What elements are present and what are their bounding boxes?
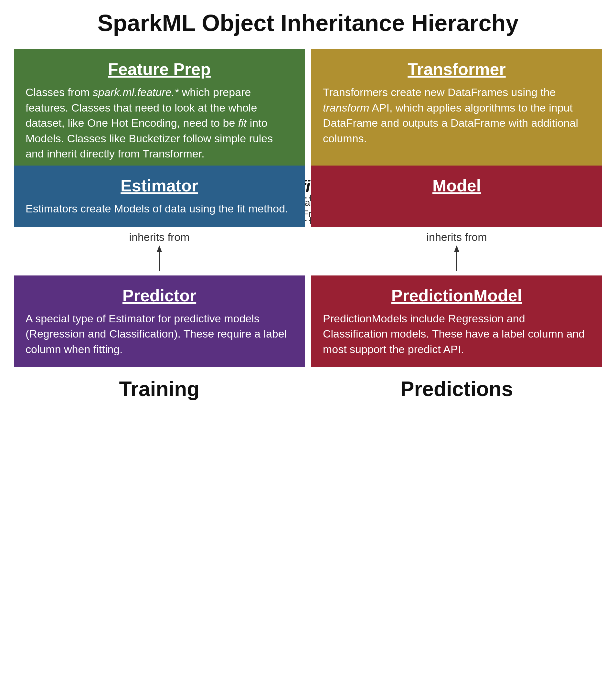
inherits-from-label-right2: inherits from — [426, 231, 487, 243]
inherits-from-arrow-left2 — [153, 245, 166, 271]
transformer-body: Transformers create new DataFrames using… — [323, 85, 591, 146]
inherits-from-arrow-right2 — [450, 245, 463, 271]
predictor-title: Predictor — [25, 286, 293, 305]
diagram: Feature Prep Classes from spark.ml.featu… — [14, 49, 602, 401]
feature-prep-title: Feature Prep — [25, 60, 293, 79]
predictor-box: Predictor A special type of Estimator fo… — [14, 276, 305, 368]
estimator-body: Estimators create Models of data using t… — [25, 201, 293, 217]
prediction-model-title: PredictionModel — [323, 286, 591, 305]
page-title: SparkML Object Inheritance Hierarchy — [13, 10, 603, 36]
prediction-model-box: PredictionModel PredictionModels include… — [311, 276, 602, 368]
feature-prep-body: Classes from spark.ml.feature.* which pr… — [25, 85, 293, 162]
svg-marker-10 — [157, 245, 162, 252]
row1: Feature Prep Classes from spark.ml.featu… — [14, 49, 602, 172]
feature-prep-box: Feature Prep Classes from spark.ml.featu… — [14, 49, 305, 172]
row3: Predictor A special type of Estimator fo… — [14, 276, 602, 368]
transformer-box: Transformer Transformers create new Data… — [311, 49, 602, 172]
estimator-box: Estimator Estimators create Models of da… — [14, 166, 305, 227]
svg-marker-12 — [454, 245, 459, 252]
model-box: Model — [311, 166, 602, 227]
connector-row-2: inherits from inherits from — [14, 227, 602, 276]
inherits-from-label-left2: inherits from — [129, 231, 190, 243]
estimator-title: Estimator — [25, 176, 293, 195]
inherits-from-left2-connector: inherits from — [14, 227, 305, 276]
footer-training: Training — [14, 377, 305, 401]
inherits-from-right2-connector: inherits from — [311, 227, 602, 276]
prediction-model-body: PredictionModels include Regression and … — [323, 311, 591, 357]
footer-row: Training Predictions — [14, 377, 602, 401]
predictor-body: A special type of Estimator for predicti… — [25, 311, 293, 357]
footer-predictions: Predictions — [311, 377, 602, 401]
model-title: Model — [323, 176, 591, 195]
transformer-title: Transformer — [323, 60, 591, 79]
